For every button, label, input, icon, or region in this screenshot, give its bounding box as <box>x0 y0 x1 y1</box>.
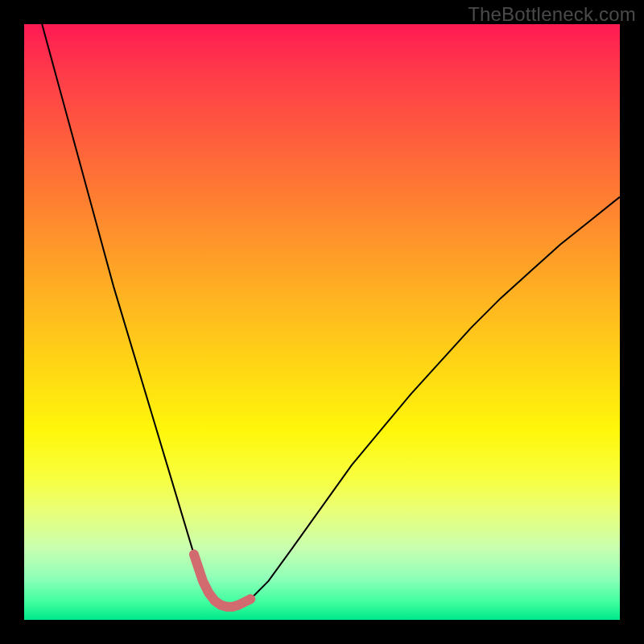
bottleneck-curve <box>42 24 620 607</box>
chart-frame: TheBottleneck.com <box>0 0 644 644</box>
curve-svg <box>24 24 620 620</box>
optimal-zone-marker <box>194 555 250 607</box>
watermark-text: TheBottleneck.com <box>468 3 636 26</box>
plot-area <box>24 24 620 620</box>
